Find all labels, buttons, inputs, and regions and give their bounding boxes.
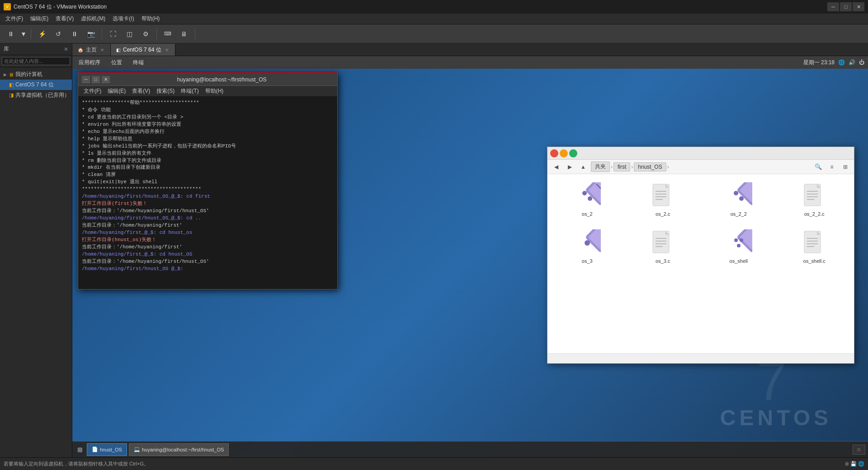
fm-item-os22c[interactable]: os_2_2.c: [780, 180, 849, 219]
menu-vm[interactable]: 虚拟机(M): [77, 14, 109, 24]
menu-file[interactable]: 文件(F): [2, 14, 27, 24]
toolbar-fullscreen-button[interactable]: ⛶: [106, 27, 120, 41]
fm-item-os3c[interactable]: os_3.c: [629, 227, 698, 266]
terminal-line-4: * echo 显示echo后面的内容并换行: [82, 128, 334, 136]
fm-icon-osshell: [725, 229, 752, 256]
fm-title-controls: [550, 149, 577, 157]
taskbar-show-desktop-button[interactable]: ⊞: [75, 445, 85, 455]
maximize-button[interactable]: □: [840, 2, 852, 11]
term-menu-search[interactable]: 搜索(S): [154, 86, 177, 96]
tab-vm[interactable]: ◧ CentOS 7 64 位 ✕: [111, 44, 175, 56]
fm-view-toggle-button[interactable]: ≡: [826, 161, 838, 172]
topbar-volume-icon: 🔊: [849, 59, 855, 66]
terminal-minimize-button[interactable]: ─: [82, 76, 90, 83]
sidebar-item-centos[interactable]: ◧ CentOS 7 64 位: [0, 80, 72, 90]
toolbar-power-button[interactable]: ⚡: [35, 27, 49, 41]
fm-icon-os2: [574, 182, 601, 209]
fm-close-button[interactable]: [550, 149, 558, 157]
fm-back-button[interactable]: ◀: [550, 161, 562, 172]
toolbar-unity-button[interactable]: ◫: [122, 27, 137, 41]
menu-view[interactable]: 查看(V): [52, 14, 77, 24]
fm-search-button[interactable]: 🔍: [812, 161, 824, 172]
fm-item-osshellc[interactable]: os_shell.c: [780, 227, 849, 266]
minimize-button[interactable]: ─: [827, 2, 839, 11]
terminal-title-text: huyaning@localhost:~/first/hnust_OS: [110, 76, 334, 83]
centos-watermark: CENTOS: [720, 405, 832, 430]
toolbar-console-button[interactable]: ⌨: [160, 27, 175, 41]
centos-desktop[interactable]: 应用程序 位置 终端 星期一 23:18 🌐 🔊 ⏻: [72, 56, 868, 457]
tab-vm-close-icon[interactable]: ✕: [164, 47, 170, 52]
svg-point-33: [740, 238, 743, 242]
sidebar-item-shared-vms[interactable]: ◨ 共享虚拟机（已弃用）: [0, 90, 72, 100]
fm-minimize-button[interactable]: [560, 149, 568, 157]
vmware-logo-text: V: [6, 5, 9, 9]
fm-path-bar: 共夹 › first › hnust_OS ›: [591, 161, 811, 172]
fm-path-home[interactable]: 共夹: [591, 161, 610, 172]
tab-vm-label: CentOS 7 64 位: [123, 46, 161, 54]
fm-item-os2c[interactable]: os_2.c: [629, 180, 698, 219]
taskbar-hnust-os-button[interactable]: 📄 hnust_OS: [87, 443, 127, 456]
sidebar-search-input[interactable]: [2, 57, 70, 65]
terminal-line-0: ****************帮助********************: [82, 100, 334, 107]
menu-tabs[interactable]: 选项卡(I): [109, 14, 137, 24]
fm-grid-view-button[interactable]: ⊞: [840, 161, 851, 172]
terminal-line-8: * rm 删除当前目录下的文件或目录: [82, 157, 334, 165]
window-title: CentOS 7 64 位 - VMware Workstation: [14, 3, 827, 11]
fm-path-arrow: ›: [667, 164, 669, 170]
tab-home[interactable]: 🏠 主页 ✕: [72, 44, 111, 56]
fm-path-first[interactable]: first: [613, 162, 630, 171]
sidebar-centos-label: CentOS 7 64 位: [15, 81, 54, 89]
svg-point-13: [734, 191, 738, 195]
term-menu-terminal[interactable]: 终端(T): [178, 86, 201, 96]
term-menu-edit[interactable]: 编辑(E): [105, 86, 128, 96]
vmware-status-text: 若要将输入定向到该虚拟机，请将鼠标指针移入其中或按 Ctrl+G。: [4, 461, 840, 467]
vmware-window: V CentOS 7 64 位 - VMware Workstation ─ □…: [0, 0, 868, 470]
toolbar-display-button[interactable]: 🖥: [177, 27, 191, 41]
menu-edit[interactable]: 编辑(E): [27, 14, 52, 24]
terminal-body[interactable]: ****************帮助******************** *…: [78, 97, 337, 289]
tab-home-close-icon[interactable]: ✕: [99, 47, 105, 52]
taskbar-resize-control[interactable]: ⊡: [853, 445, 865, 455]
topbar-apps-item[interactable]: 应用程序: [76, 58, 103, 67]
topbar-terminal-item[interactable]: 终端: [130, 58, 146, 67]
term-menu-view[interactable]: 查看(V): [129, 86, 153, 96]
taskbar-right: ⊡: [853, 445, 865, 455]
fm-item-os3[interactable]: os_3: [553, 227, 622, 266]
toolbar-suspend-button[interactable]: ⏸: [67, 27, 82, 41]
fm-label-osshellc: os_shell.c: [803, 258, 826, 264]
fm-path-hnust[interactable]: hnust_OS: [634, 162, 666, 171]
sidebar-close-button[interactable]: ✕: [64, 46, 68, 52]
fm-label-os3c: os_3.c: [656, 258, 670, 264]
terminal-close-button[interactable]: ✕: [102, 76, 110, 83]
terminal-maximize-button[interactable]: □: [92, 76, 100, 83]
fm-icon-os22c: [801, 182, 828, 209]
sidebar-item-my-computer[interactable]: ▶ 🖥 我的计算机: [0, 69, 72, 80]
fm-maximize-button[interactable]: [569, 149, 577, 157]
toolbar-dropdown-button[interactable]: ▼: [20, 27, 27, 41]
vm-content[interactable]: 应用程序 位置 终端 星期一 23:18 🌐 🔊 ⏻: [72, 56, 868, 457]
topbar-clock: 星期一 23:18: [803, 59, 835, 66]
terminal-line-17: 当前工作目录：'/home/huyaning/first': [82, 222, 334, 229]
svg-point-32: [734, 238, 738, 242]
fm-item-os2[interactable]: os_2: [553, 180, 622, 219]
close-button[interactable]: ✕: [853, 2, 864, 11]
toolbar-snapshot-button[interactable]: 📷: [84, 27, 98, 41]
svg-point-2: [582, 191, 587, 195]
fm-breadcrumb: 共夹 › first › hnust_OS ›: [591, 161, 669, 172]
menu-help[interactable]: 帮助(H): [138, 14, 164, 24]
toolbar-separator-4: [195, 28, 195, 39]
svg-point-3: [588, 196, 592, 201]
toolbar-restart-button[interactable]: ↺: [51, 27, 66, 41]
topbar-places-item[interactable]: 位置: [108, 58, 125, 67]
fm-item-os22[interactable]: os_2_2: [704, 180, 773, 219]
fm-up-button[interactable]: ▲: [577, 161, 589, 172]
terminal-line-20: 当前工作目录：'/home/huyaning/first': [82, 244, 334, 251]
term-menu-file[interactable]: 文件(F): [81, 86, 104, 96]
toolbar-settings-button[interactable]: ⚙: [138, 27, 153, 41]
fm-forward-button[interactable]: ▶: [564, 161, 576, 172]
term-menu-help[interactable]: 帮助(H): [203, 86, 226, 96]
fm-item-osshell[interactable]: os_shell: [704, 227, 773, 266]
taskbar-terminal-icon: 💻: [134, 446, 140, 452]
toolbar-pause-button[interactable]: ⏸: [4, 27, 18, 41]
taskbar-terminal-button[interactable]: 💻 huyaning@localhost:~/first/hnust_OS: [129, 443, 229, 456]
